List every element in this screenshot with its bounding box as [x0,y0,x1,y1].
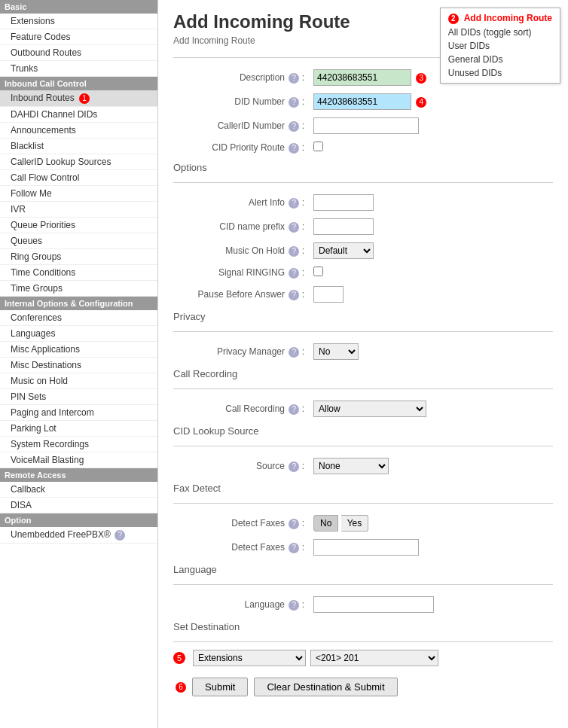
alert-info-label: Alert Info ? : [173,190,309,215]
destination-type-select[interactable]: Extensions IVR Ring Groups Voicemail [193,650,306,666]
button-row: 6 Submit Clear Destination & Submit [173,678,553,696]
cid-priority-help-icon[interactable]: ? [289,143,299,154]
pause-help-icon[interactable]: ? [289,290,299,300]
sidebar-item-system-recordings[interactable]: System Recordings [0,437,157,452]
description-input[interactable] [313,69,411,86]
sidebar-item-call-flow[interactable]: Call Flow Control [0,170,157,186]
set-destination-section-title: Set Destination [173,617,553,634]
cid-priority-label: CID Priority Route ? : [173,138,309,157]
destination-value-select[interactable]: <201> 201 <202> 202 [310,650,438,666]
sidebar-item-disa[interactable]: DISA [0,498,157,513]
sidebar-item-parking-lot[interactable]: Parking Lot [0,421,157,437]
menu-item-general-dids[interactable]: General DIDs [441,53,560,66]
detect-faxes-yes-button[interactable]: Yes [341,515,369,532]
sidebar-item-callback[interactable]: Callback [0,482,157,498]
signal-ringing-label: Signal RINGING ? : [173,263,309,282]
description-label: Description ? : [173,65,309,90]
privacy-manager-label: Privacy Manager ? : [173,340,309,364]
destination-row: 5 Extensions IVR Ring Groups Voicemail <… [173,650,553,666]
detect-faxes-no-button[interactable]: No [313,515,338,532]
alert-info-input[interactable] [313,194,374,211]
alert-info-help-icon[interactable]: ? [289,198,299,209]
detect-faxes2-input[interactable] [313,539,419,556]
sidebar-section-option: Option [0,513,157,527]
call-recording-section-title: Call Recording [173,364,553,381]
sidebar-item-languages[interactable]: Languages [0,326,157,342]
detect-faxes2-help-icon[interactable]: ? [289,543,299,553]
sidebar-item-paging[interactable]: Paging and Intercom [0,405,157,421]
sidebar-item-ivr[interactable]: IVR [0,202,157,218]
signal-ringing-checkbox[interactable] [313,267,323,276]
sidebar-item-queues[interactable]: Queues [0,233,157,249]
add-incoming-badge: 2 [448,14,459,24]
description-help-icon[interactable]: ? [289,73,299,84]
detect-faxes-help-icon[interactable]: ? [289,519,299,529]
sidebar-item-dahdi[interactable]: DAHDI Channel DIDs [0,107,157,123]
source-label: Source ? : [173,454,309,478]
moh-help-icon[interactable]: ? [289,246,299,257]
description-badge: 3 [416,73,426,84]
main-content: 2 Add Incoming Route All DIDs (toggle so… [158,0,568,728]
sidebar-item-queue-priorities[interactable]: Queue Priorities [0,218,157,233]
sidebar-item-announcements[interactable]: Announcements [0,123,157,139]
sidebar-item-callerid-lookup[interactable]: CallerID Lookup Sources [0,154,157,170]
sidebar-item-pin-sets[interactable]: PIN Sets [0,389,157,405]
sidebar-item-ring-groups[interactable]: Ring Groups [0,249,157,265]
did-number-input[interactable] [313,93,411,110]
privacy-table: Privacy Manager ? : No Yes [173,340,553,364]
sidebar-item-outbound-routes[interactable]: Outbound Routes [0,45,157,61]
cid-lookup-section-title: CID Lookup Source [173,421,553,438]
menu-item-all-dids[interactable]: All DIDs (toggle sort) [441,26,560,39]
signal-ringing-help-icon[interactable]: ? [289,268,299,279]
submit-button[interactable]: Submit [192,678,248,696]
call-recording-table: Call Recording ? : Allow Never Always Do… [173,397,553,421]
top-dropdown-menu: 2 Add Incoming Route All DIDs (toggle so… [440,8,560,84]
sidebar-item-blacklist[interactable]: Blacklist [0,139,157,154]
sidebar-section-basic: Basic [0,0,157,14]
sidebar-item-time-groups[interactable]: Time Groups [0,281,157,297]
music-on-hold-select[interactable]: Default None Custom [313,242,374,259]
menu-item-unused-dids[interactable]: Unused DIDs [441,66,560,80]
sidebar-item-misc-destinations[interactable]: Misc Destinations [0,358,157,373]
sidebar-item-time-conditions[interactable]: Time Conditions [0,265,157,281]
cid-priority-checkbox[interactable] [313,142,323,151]
options-section-title: Options [173,157,553,175]
menu-item-add-incoming-route[interactable]: 2 Add Incoming Route [441,11,560,26]
sidebar-item-inbound-routes[interactable]: Inbound Routes 1 [0,90,157,107]
menu-item-user-dids[interactable]: User DIDs [441,39,560,53]
language-table: Language ? : [173,592,553,617]
fax-detect-table: Detect Faxes ? : No Yes Detect Faxes ? : [173,511,553,559]
call-recording-help-icon[interactable]: ? [289,404,299,415]
source-select[interactable]: None Option1 [313,458,389,474]
freepbx-help-icon[interactable]: ? [115,530,125,541]
did-number-label: DID Number ? : [173,90,309,114]
privacy-manager-select[interactable]: No Yes [313,343,359,360]
detect-faxes2-label: Detect Faxes ? : [173,535,309,559]
clear-destination-submit-button[interactable]: Clear Destination & Submit [254,678,397,696]
sidebar-item-extensions[interactable]: Extensions [0,14,157,29]
source-help-icon[interactable]: ? [289,461,299,472]
submit-badge: 6 [176,682,186,693]
cid-prefix-help-icon[interactable]: ? [289,222,299,233]
sidebar-item-voicemail-blasting[interactable]: VoiceMail Blasting [0,452,157,468]
sidebar-item-conferences[interactable]: Conferences [0,310,157,326]
callerid-help-icon[interactable]: ? [289,121,299,132]
privacy-help-icon[interactable]: ? [289,347,299,358]
sidebar-item-feature-codes[interactable]: Feature Codes [0,29,157,45]
cid-name-prefix-input[interactable] [313,218,374,235]
privacy-section-title: Privacy [173,306,553,324]
language-input[interactable] [313,596,434,613]
sidebar-item-music-on-hold[interactable]: Music on Hold [0,373,157,389]
sidebar-item-unembedded-freepbx[interactable]: Unembedded FreePBX® ? [0,527,157,544]
sidebar-item-trunks[interactable]: Trunks [0,61,157,77]
call-recording-select[interactable]: Allow Never Always Don't Care [313,401,426,417]
pause-input[interactable] [313,286,344,303]
fax-detect-section-title: Fax Detect [173,478,553,495]
sidebar-item-follow-me[interactable]: Follow Me [0,186,157,202]
language-help-icon[interactable]: ? [289,600,299,611]
callerid-input[interactable] [313,117,419,134]
language-section-title: Language [173,559,553,577]
did-help-icon[interactable]: ? [289,97,299,108]
sidebar-item-misc-applications[interactable]: Misc Applications [0,342,157,358]
detect-faxes-label: Detect Faxes ? : [173,511,309,535]
